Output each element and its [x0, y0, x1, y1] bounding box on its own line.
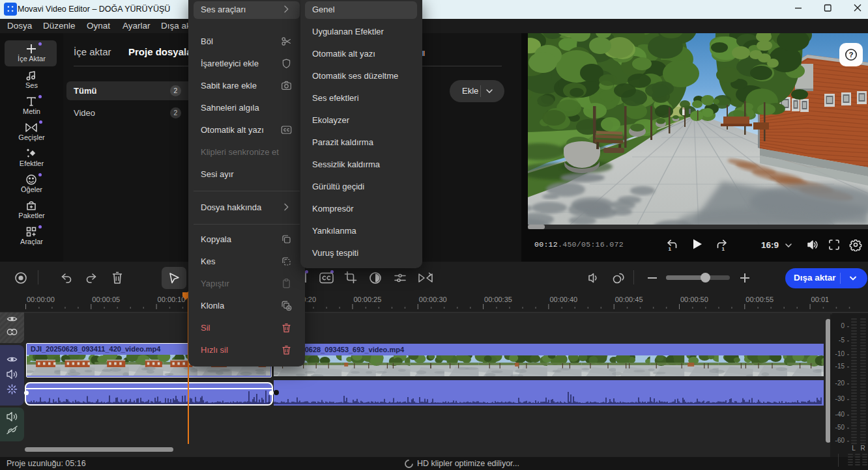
svg-text:R: R	[860, 445, 865, 452]
svg-text:00:00:10: 00:00:10	[158, 296, 186, 303]
svg-text:-50: -50	[835, 424, 845, 431]
svg-text:-5: -5	[839, 337, 845, 344]
svg-text:-10: -10	[835, 350, 845, 357]
svg-text:00:00:05: 00:00:05	[92, 296, 120, 303]
svg-text:00:01: 00:01	[811, 296, 830, 303]
svg-text:00:00:35: 00:00:35	[484, 296, 512, 303]
svg-text:00:00:00: 00:00:00	[27, 296, 55, 303]
svg-text:-20: -20	[835, 380, 845, 387]
svg-text:00:00:50: 00:00:50	[680, 296, 708, 303]
svg-text:1: 1	[722, 246, 725, 251]
svg-text:1: 1	[669, 246, 672, 251]
svg-text:L: L	[852, 445, 856, 452]
svg-text:00:00:40: 00:00:40	[549, 296, 577, 303]
svg-text:-60: -60	[835, 437, 845, 444]
svg-text:00:00:30: 00:00:30	[419, 296, 447, 303]
svg-text:-30: -30	[835, 395, 845, 402]
svg-text:00:00:45: 00:00:45	[615, 296, 643, 303]
svg-text:00:00:55: 00:00:55	[745, 296, 774, 303]
svg-text:0: 0	[841, 322, 845, 329]
svg-text:-40: -40	[835, 411, 845, 418]
svg-text:-15: -15	[835, 363, 845, 370]
svg-text:00:00:25: 00:00:25	[354, 296, 382, 303]
svg-text:?: ?	[848, 51, 853, 59]
